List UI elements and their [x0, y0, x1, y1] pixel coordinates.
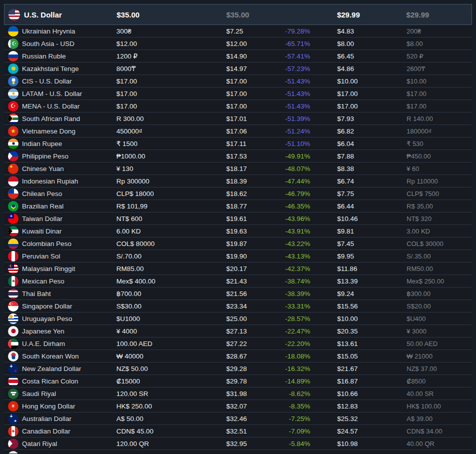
local-price: NT$ 600 — [116, 215, 226, 222]
currency-row-new-zealand-dollar: +★New Zealand DollarNZ$ 50.00$29.28-16.3… — [4, 362, 472, 375]
converted-price: $21.56 — [226, 290, 278, 298]
lowest-price-local: 520 ₽ — [407, 52, 472, 60]
currency-name: Mexican Peso — [22, 278, 64, 285]
local-price: ₩ 40000 — [116, 352, 226, 360]
price-difference-percent: -22.20% — [278, 340, 310, 348]
lowest-price-usd: $20.35 — [310, 328, 407, 335]
flag-icon-malaysian-ringgit: ☪ — [8, 264, 18, 274]
local-price: ¥ 4000 — [116, 328, 226, 335]
flag-icon-uruguayan-peso — [8, 314, 18, 324]
lowest-price-usd: $21.67 — [310, 365, 407, 372]
lowest-price-usd: $4.86 — [310, 65, 407, 72]
converted-price: $29.78 — [226, 378, 278, 385]
flag-hoist-wedge — [8, 438, 12, 449]
lowest-price-usd: $7.93 — [310, 115, 407, 122]
currency-name: CIS - U.S. Dollar — [22, 78, 72, 85]
converted-price: $28.67 — [226, 352, 278, 360]
converted-price: $31.98 — [226, 390, 278, 398]
flag-emblem — [11, 66, 15, 70]
lowest-price-local: ₡8500 — [407, 378, 472, 385]
lowest-price-local: S/.35.00 — [407, 252, 472, 260]
local-price: COL$ 80000 — [116, 240, 226, 248]
currency-name-cell: ♣Canadian Dollar — [8, 426, 116, 436]
currency-name-cell: Colombian Peso — [8, 238, 116, 249]
currency-name-cell: Indian Rupee — [8, 138, 116, 149]
currency-name: South African Rand — [22, 115, 80, 122]
lowest-price-local: NZ$ 37.00 — [407, 365, 472, 372]
currency-name: Costa Rican Colon — [22, 378, 78, 385]
converted-price: $17.00 — [226, 90, 278, 98]
price-difference-percent: -16.32% — [278, 365, 310, 372]
lowest-price-usd: $11.86 — [310, 265, 407, 272]
currency-name: Japanese Yen — [22, 328, 64, 335]
currency-name-cell: Philippine Peso — [8, 151, 116, 162]
flag-hoist-bar — [8, 338, 11, 349]
local-price: ₡15000 — [116, 378, 226, 385]
local-price: 120.00 SR — [116, 390, 226, 398]
flag-icon-ukrainian-hryvnia — [8, 26, 18, 36]
partial-next-currency-row — [4, 450, 472, 454]
lowest-price-local: NT$ 320 — [407, 215, 472, 222]
currency-name: Qatari Riyal — [22, 440, 57, 448]
flag-icon-latam-u-s-dollar — [8, 88, 18, 99]
currency-name-cell: ★Vietnamese Dong — [8, 126, 116, 136]
converted-price: $27.22 — [226, 340, 278, 348]
converted-price: $29.28 — [226, 365, 278, 372]
flag-emblem — [11, 78, 15, 82]
flag-icon-australian-dollar: +★ — [8, 414, 18, 424]
currency-name: Uruguayan Peso — [22, 315, 72, 322]
flag-emblem: ♣ — [12, 429, 15, 434]
lowest-price-local: ¥ 3000 — [407, 328, 472, 335]
lowest-price-usd: $15.56 — [310, 302, 407, 310]
flag-icon-costa-rican-colon — [8, 376, 18, 386]
converted-price: $18.62 — [226, 190, 278, 198]
currency-name-cell: Chilean Peso — [8, 188, 116, 199]
flag-icon-mena-u-s-dollar: ☪ — [8, 101, 18, 112]
currency-name: New Zealand Dollar — [22, 365, 81, 372]
price-difference-percent: -22.47% — [278, 328, 310, 335]
price-difference-percent: -49.91% — [278, 152, 310, 160]
currency-name: Hong Kong Dollar — [22, 402, 75, 410]
base-currency-row-u-s-dollar: U.S. Dollar$35.00$35.00$29.99$29.99 — [4, 4, 472, 25]
converted-price: $17.01 — [226, 115, 278, 122]
currency-row-kazakhstani-tenge: Kazakhstani Tenge8000₸$14.97-57.23%$4.86… — [4, 62, 472, 75]
price-difference-percent: -38.74% — [278, 278, 310, 285]
lowest-price-local: ₹ 530 — [407, 140, 472, 148]
lowest-price-local: S$20.00 — [407, 302, 472, 310]
lowest-price-usd: $7.88 — [310, 152, 407, 160]
currency-row-hong-kong-dollar: ☀Hong Kong DollarHK$ 250.00$32.07-8.35%$… — [4, 400, 472, 412]
lowest-price-local: CDN$ 34.00 — [407, 428, 472, 435]
currency-row-south-african-rand: South African RandR 300.00$17.01-51.39%$… — [4, 112, 472, 125]
flag-icon-qatari-riyal — [8, 438, 18, 449]
flag-icon-colombian-peso — [8, 238, 18, 249]
converted-price: $35.00 — [226, 10, 278, 19]
flag-icon-japanese-yen — [8, 326, 18, 336]
currency-name: Russian Ruble — [22, 52, 66, 60]
currency-name-cell: Uruguayan Peso — [8, 314, 116, 324]
converted-price: $14.90 — [226, 52, 278, 60]
currency-name-cell: U.S. Dollar — [8, 9, 117, 20]
price-difference-percent: -46.79% — [278, 190, 310, 198]
converted-price: $7.25 — [226, 28, 278, 35]
currency-row-singapore-dollar: ☪Singapore DollarS$30.00$23.34-33.31%$15… — [4, 300, 472, 312]
lowest-price-local: Rp 110000 — [407, 178, 472, 185]
currency-row-mexican-peso: Mexican PesoMex$ 400.00$21.43-38.74%$13.… — [4, 275, 472, 288]
flag-emblem: ☀ — [11, 404, 16, 409]
currency-row-ukrainian-hryvnia: Ukrainian Hryvnia300₴$7.25-79.28%$4.8320… — [4, 25, 472, 38]
lowest-price-usd: $16.87 — [310, 378, 407, 385]
flag-emblem — [12, 92, 14, 95]
currency-name: Indian Rupee — [22, 140, 62, 148]
price-difference-percent: -14.89% — [278, 378, 310, 385]
lowest-price-usd: $7.75 — [310, 190, 407, 198]
flag-emblem: ☪ — [9, 302, 13, 306]
price-difference-percent: -33.31% — [278, 302, 310, 310]
flag-icon-russian-ruble — [8, 51, 18, 62]
flag-icon-singapore-dollar: ☪ — [8, 301, 18, 312]
converted-price: $17.00 — [226, 102, 278, 110]
converted-price: $25.00 — [226, 315, 278, 322]
currency-row-south-asia-usd: ☪South Asia - USD$12.00$12.00-65.71%$8.0… — [4, 38, 472, 50]
currency-name-cell: +★Australian Dollar — [8, 414, 116, 424]
currency-row-costa-rican-colon: Costa Rican Colon₡15000$29.78-14.89%$16.… — [4, 375, 472, 388]
currency-name: Saudi Riyal — [22, 390, 56, 398]
price-difference-percent: -51.39% — [278, 115, 310, 122]
